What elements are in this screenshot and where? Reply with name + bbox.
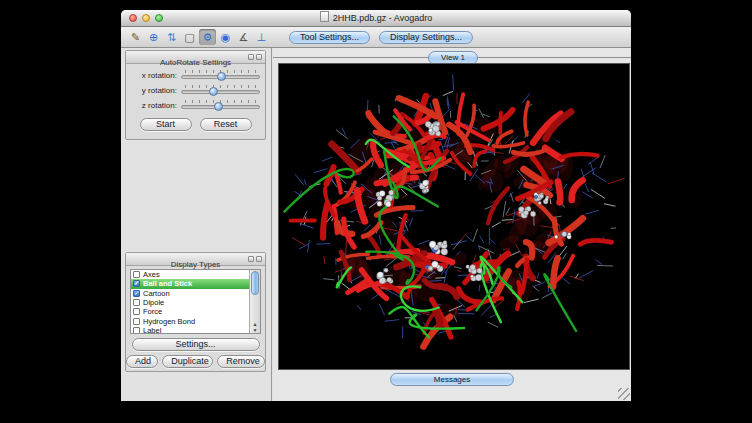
- measure-tool-icon[interactable]: ∡: [235, 29, 252, 45]
- reset-button[interactable]: Reset: [200, 118, 252, 131]
- window-title: 2HHB.pdb.gz - Avogadro: [333, 13, 432, 23]
- start-button[interactable]: Start: [140, 118, 192, 131]
- autorotate-float-icon[interactable]: [248, 54, 254, 60]
- autorotate-panel: AutoRotate Settings x rotation:y rotatio…: [125, 50, 266, 140]
- display-type-row[interactable]: Axes: [131, 270, 249, 279]
- display-types-list: Axes✓Ball and Stick✓CartoonDipoleForceHy…: [131, 270, 249, 333]
- tool-settings-button[interactable]: Tool Settings...: [289, 31, 370, 44]
- display-type-checkbox[interactable]: [133, 271, 140, 278]
- gl-viewport[interactable]: [278, 63, 630, 370]
- display-type-checkbox[interactable]: ✓: [133, 290, 140, 297]
- autorotate-panel-title: AutoRotate Settings: [160, 58, 231, 67]
- rotation-slider-label: x rotation:: [131, 71, 181, 80]
- display-type-label: Ball and Stick: [143, 279, 192, 288]
- window-title-area: 2HHB.pdb.gz - Avogadro: [121, 10, 631, 26]
- display-types-float-icon[interactable]: [248, 256, 254, 262]
- display-type-row[interactable]: Label: [131, 326, 249, 333]
- scroll-down-icon[interactable]: ▼: [253, 327, 258, 333]
- display-type-label: Cartoon: [143, 289, 170, 298]
- display-type-label: Label: [143, 326, 161, 333]
- resize-grip[interactable]: [618, 388, 630, 400]
- document-icon: [320, 11, 329, 22]
- slider-thumb[interactable]: [209, 87, 218, 96]
- display-types-panel-title: Display Types: [171, 260, 221, 269]
- tool-icons: ✎⊕⇅▢⚙◉∡⊥: [127, 29, 270, 45]
- align-tool-icon[interactable]: ⊥: [253, 29, 270, 45]
- display-types-panel-titlebar[interactable]: Display Types: [126, 253, 265, 266]
- molecule-render: [279, 64, 629, 369]
- messages-button[interactable]: Messages: [390, 373, 514, 386]
- autorotate-sliders: x rotation:y rotation:z rotation:: [126, 64, 265, 114]
- rotation-slider[interactable]: [181, 99, 260, 112]
- avogadro-window: 2HHB.pdb.gz - Avogadro ✎⊕⇅▢⚙◉∡⊥ Tool Set…: [121, 10, 631, 401]
- left-dock: AutoRotate Settings x rotation:y rotatio…: [121, 48, 272, 401]
- display-types-buttons: Add Duplicate Remove: [126, 351, 265, 368]
- navigate-tool-icon[interactable]: ⊕: [145, 29, 162, 45]
- display-type-checkbox[interactable]: [133, 318, 140, 325]
- rotation-slider-row: x rotation:: [131, 68, 260, 83]
- title-bar[interactable]: 2HHB.pdb.gz - Avogadro: [121, 10, 631, 27]
- zoom-tool-icon[interactable]: ⇅: [163, 29, 180, 45]
- rotation-slider[interactable]: [181, 69, 260, 82]
- display-types-scrollbar[interactable]: ▲▼: [249, 270, 260, 333]
- display-types-listbox: Axes✓Ball and Stick✓CartoonDipoleForceHy…: [130, 269, 261, 334]
- display-type-label: Hydrogen Bond: [143, 317, 195, 326]
- autorotate-buttons: Start Reset: [126, 114, 265, 131]
- slider-thumb[interactable]: [214, 102, 223, 111]
- draw-tool-icon[interactable]: ✎: [127, 29, 144, 45]
- rotation-slider-row: z rotation:: [131, 98, 260, 113]
- main-content: AutoRotate Settings x rotation:y rotatio…: [121, 48, 631, 401]
- add-button[interactable]: Add: [126, 355, 158, 368]
- remove-button[interactable]: Remove: [217, 355, 265, 368]
- toolbar: ✎⊕⇅▢⚙◉∡⊥ Tool Settings... Display Settin…: [121, 27, 631, 48]
- display-type-checkbox[interactable]: ✓: [133, 280, 140, 287]
- display-type-label: Axes: [143, 270, 160, 279]
- display-type-settings-button[interactable]: Settings...: [132, 338, 260, 351]
- rotation-slider-label: y rotation:: [131, 86, 181, 95]
- display-type-checkbox[interactable]: [133, 308, 140, 315]
- display-types-panel: Display Types Axes✓Ball and Stick✓Cartoo…: [125, 252, 266, 372]
- slider-thumb[interactable]: [217, 72, 226, 81]
- auto-optimize-tool-icon[interactable]: ◉: [217, 29, 234, 45]
- display-type-checkbox[interactable]: [133, 327, 140, 333]
- rotation-slider-label: z rotation:: [131, 101, 181, 110]
- display-type-label: Force: [143, 307, 162, 316]
- rotation-slider[interactable]: [181, 84, 260, 97]
- display-type-row[interactable]: ✓Cartoon: [131, 289, 249, 298]
- display-type-row[interactable]: Dipole: [131, 298, 249, 307]
- autorotate-close-icon[interactable]: [256, 54, 262, 60]
- auto-rotate-tool-icon[interactable]: ⚙: [199, 29, 216, 45]
- rotation-slider-row: y rotation:: [131, 83, 260, 98]
- display-type-row[interactable]: Hydrogen Bond: [131, 316, 249, 325]
- display-type-checkbox[interactable]: [133, 299, 140, 306]
- display-settings-button[interactable]: Display Settings...: [379, 31, 473, 44]
- display-types-close-icon[interactable]: [256, 256, 262, 262]
- display-type-row[interactable]: Force: [131, 307, 249, 316]
- display-type-row[interactable]: ✓Ball and Stick: [131, 279, 249, 288]
- selection-tool-icon[interactable]: ▢: [181, 29, 198, 45]
- viewport-area: View 1 Messages: [273, 48, 631, 401]
- display-type-label: Dipole: [143, 298, 164, 307]
- autorotate-panel-titlebar[interactable]: AutoRotate Settings: [126, 51, 265, 64]
- duplicate-button[interactable]: Duplicate: [162, 355, 213, 368]
- scrollbar-thumb[interactable]: [251, 271, 259, 295]
